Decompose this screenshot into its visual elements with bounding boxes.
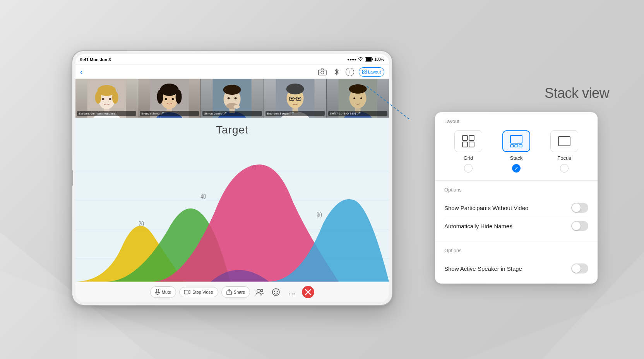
- svg-rect-10: [362, 70, 364, 72]
- participant-strip: Barbara German (host, me): [75, 79, 389, 118]
- svg-point-40: [228, 97, 230, 99]
- svg-text:40: 40: [200, 193, 206, 200]
- mute-button[interactable]: Mute: [150, 286, 176, 298]
- hide-names-label: Automatically Hide Names: [444, 223, 512, 229]
- bluetooth-icon[interactable]: [332, 68, 341, 76]
- svg-point-73: [257, 289, 260, 292]
- emoji-button[interactable]: [269, 285, 283, 299]
- signal-icon: ●●●●: [347, 57, 356, 62]
- stop-video-button[interactable]: Stop Video: [179, 287, 218, 297]
- svg-rect-13: [365, 72, 367, 74]
- svg-rect-88: [519, 145, 522, 147]
- participant-label-3: Simon Jones 🎤: [202, 111, 262, 116]
- svg-rect-83: [462, 142, 468, 147]
- stack-view-title: Stack view: [545, 85, 609, 101]
- layout-option-grid[interactable]: Grid: [454, 130, 482, 173]
- participant-thumb-5[interactable]: SHN7-16-BIG BEN 🎤: [327, 79, 389, 118]
- back-button[interactable]: ‹: [80, 67, 83, 76]
- option-row-hide-names: Automatically Hide Names: [444, 217, 588, 235]
- layout-section: Layout Grid: [435, 112, 598, 180]
- chart-title: Target: [75, 118, 389, 136]
- grid-radio[interactable]: [464, 164, 473, 173]
- end-call-button[interactable]: [302, 286, 314, 298]
- main-content: Target 70 40 20 90: [75, 118, 389, 282]
- grid-label: Grid: [464, 155, 473, 161]
- svg-point-76: [274, 291, 275, 292]
- participant-thumb-4[interactable]: Brandon Seeger 🎤: [264, 79, 327, 118]
- svg-point-51: [291, 98, 293, 99]
- svg-point-41: [235, 97, 237, 99]
- focus-icon: [550, 130, 578, 152]
- status-time: 9:41 Mon Jun 3: [80, 57, 111, 62]
- stack-label: Stack: [510, 155, 523, 161]
- toggle-knob-speaker: [572, 264, 581, 273]
- stop-video-label: Stop Video: [192, 290, 213, 294]
- layout-btn-label: Layout: [368, 70, 381, 74]
- svg-point-22: [109, 98, 111, 100]
- tablet-side-button: [72, 170, 73, 186]
- focus-radio[interactable]: [560, 164, 569, 173]
- svg-rect-7: [372, 58, 373, 60]
- show-participants-toggle[interactable]: [571, 203, 588, 213]
- tablet-device: 9:41 Mon Jun 3 ●●●● 100%: [72, 50, 393, 306]
- toggle-knob-participants: [572, 203, 581, 212]
- svg-text:90: 90: [317, 211, 322, 219]
- share-label: Share: [234, 290, 245, 294]
- participant-thumb-2[interactable]: Brenda Song 🎤: [138, 79, 201, 118]
- info-icon[interactable]: i: [346, 68, 354, 76]
- participant-thumb-1[interactable]: Barbara German (host, me): [75, 79, 138, 118]
- stack-icon: [502, 130, 530, 152]
- focus-label: Focus: [557, 155, 571, 161]
- wifi-icon: [358, 57, 363, 62]
- svg-point-29: [157, 90, 163, 104]
- svg-point-77: [277, 291, 278, 292]
- status-icons: ●●●● 100%: [347, 57, 384, 62]
- svg-point-52: [298, 98, 300, 99]
- layout-options: Grid Stack ✓: [444, 130, 588, 173]
- layout-section-title: Layout: [444, 118, 588, 124]
- svg-rect-87: [515, 145, 518, 147]
- camera-icon[interactable]: [317, 67, 328, 77]
- participants-button[interactable]: [253, 285, 266, 299]
- more-button[interactable]: ...: [286, 285, 299, 299]
- options-section-2: Options Show Active Speaker in Stage: [435, 241, 598, 284]
- layout-panel: Layout Grid: [435, 112, 598, 284]
- options-title-1: Options: [444, 187, 588, 193]
- svg-point-31: [165, 98, 167, 100]
- layout-option-focus[interactable]: Focus: [550, 130, 578, 173]
- participant-label-5: SHN7-16-BIG BEN 🎤: [328, 111, 387, 116]
- svg-rect-6: [366, 58, 372, 61]
- chart-area: 70 40 20 90: [75, 154, 389, 282]
- svg-rect-81: [462, 135, 468, 140]
- option-row-participants-video: Show Participants Without Video: [444, 199, 588, 217]
- svg-rect-68: [156, 289, 159, 293]
- participant-thumb-3[interactable]: Simon Jones 🎤: [201, 79, 264, 118]
- nav-actions: i Layout: [317, 67, 384, 77]
- option-row-active-speaker: Show Active Speaker in Stage: [444, 260, 588, 277]
- battery-icon: 100%: [365, 57, 384, 62]
- share-button[interactable]: Share: [221, 286, 250, 298]
- svg-rect-71: [184, 290, 188, 294]
- svg-rect-11: [365, 70, 367, 72]
- tablet-screen: 9:41 Mon Jun 3 ●●●● 100%: [75, 54, 389, 302]
- show-participants-label: Show Participants Without Video: [444, 205, 528, 211]
- stack-radio[interactable]: ✓: [512, 164, 521, 173]
- svg-rect-85: [510, 135, 522, 143]
- svg-rect-89: [558, 137, 570, 146]
- svg-rect-12: [362, 72, 364, 74]
- hide-names-toggle[interactable]: [571, 221, 588, 231]
- svg-point-58: [353, 97, 355, 99]
- svg-point-32: [172, 98, 174, 100]
- participant-label-2: Brenda Song 🎤: [140, 111, 199, 116]
- active-speaker-label: Show Active Speaker in Stage: [444, 265, 522, 272]
- nav-bar: ‹ i: [75, 65, 389, 79]
- svg-point-19: [95, 91, 101, 104]
- svg-point-21: [102, 98, 104, 100]
- battery-percent: 100%: [374, 57, 384, 62]
- active-speaker-toggle[interactable]: [571, 263, 588, 274]
- options-title-2: Options: [444, 248, 588, 253]
- mute-label: Mute: [162, 290, 171, 294]
- layout-option-stack[interactable]: Stack ✓: [502, 130, 530, 173]
- layout-button[interactable]: Layout: [359, 67, 384, 77]
- participant-label-1: Barbara German (host, me): [77, 111, 136, 116]
